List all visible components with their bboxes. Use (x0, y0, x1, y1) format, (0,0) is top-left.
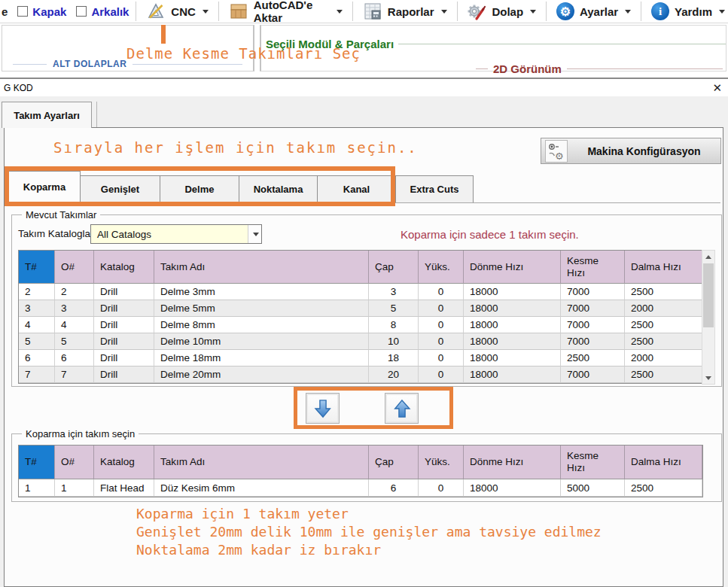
header-cell[interactable]: Kesme Hızı (561, 446, 625, 479)
table-cell[interactable]: Drill (94, 317, 154, 333)
kapak-checkbox-group[interactable]: Kapak (17, 5, 66, 18)
scrollbar-thumb[interactable] (703, 263, 714, 327)
table-cell[interactable]: 18000 (464, 366, 561, 383)
header-cell[interactable]: Takım Adı (154, 251, 369, 284)
table-row[interactable]: 66DrillDelme 18mm1801800025002000 (19, 350, 702, 366)
tab-geni-let[interactable]: Genişlet (80, 175, 160, 203)
table-cell[interactable]: 7 (55, 366, 94, 383)
tab-koparma[interactable]: Koparma (8, 171, 81, 203)
table-cell[interactable]: 2500 (625, 479, 702, 497)
header-cell[interactable]: Dönme Hızı (464, 446, 561, 479)
table-row[interactable]: 44DrillDelme 8mm801800070002500 (19, 317, 702, 333)
table-cell[interactable]: 7 (19, 366, 55, 383)
table-cell[interactable]: 8 (369, 317, 419, 333)
machine-config-button[interactable]: ⚙ Makina Konfigürasyon (541, 138, 721, 164)
table-cell[interactable]: 3 (19, 300, 55, 317)
table-cell[interactable]: 0 (419, 366, 464, 383)
arkalik-checkbox-group[interactable]: Arkalık (76, 5, 129, 18)
table-cell[interactable]: 0 (419, 284, 464, 300)
table-cell[interactable]: 18000 (464, 333, 561, 350)
table-cell[interactable]: 0 (419, 300, 464, 317)
table-cell[interactable]: 0 (419, 350, 464, 366)
table-row[interactable]: 77DrillDelme 20mm2001800070002500 (19, 366, 702, 383)
table-cell[interactable]: 7000 (561, 333, 625, 350)
table-row[interactable]: 33DrillDelme 5mm501800070002000 (19, 300, 702, 317)
table-cell[interactable]: 6 (19, 350, 55, 366)
table-cell[interactable]: Delme 3mm (154, 284, 369, 300)
table-cell[interactable]: 2500 (625, 317, 702, 333)
table-cell[interactable]: 18 (369, 350, 419, 366)
table-cell[interactable]: 10 (369, 333, 419, 350)
help-button[interactable]: i Yardım (648, 0, 728, 23)
header-cell[interactable]: T# (19, 446, 55, 479)
header-cell[interactable]: Çap (369, 446, 419, 479)
table-row[interactable]: 55DrillDelme 10mm1001800070002500 (19, 333, 702, 350)
table-cell[interactable]: 2 (19, 284, 55, 300)
table-cell[interactable]: 0 (419, 317, 464, 333)
table-cell[interactable]: 2500 (561, 350, 625, 366)
header-cell[interactable]: Takım Adı (154, 446, 369, 479)
cnc-button[interactable]: CNC (143, 0, 212, 23)
table-cell[interactable]: Delme 20mm (154, 366, 369, 383)
scroll-down-icon[interactable] (702, 372, 714, 384)
scroll-up-icon[interactable] (702, 251, 714, 263)
table-cell[interactable]: 7000 (561, 284, 625, 300)
table-cell[interactable]: 5 (19, 333, 55, 350)
table-cell[interactable]: Drill (94, 333, 154, 350)
header-cell[interactable]: Dönme Hızı (464, 251, 561, 284)
header-cell[interactable]: O# (55, 251, 94, 284)
table-cell[interactable]: 3 (369, 284, 419, 300)
table-cell[interactable]: 2500 (625, 284, 702, 300)
table-cell[interactable]: 4 (19, 317, 55, 333)
table-cell[interactable]: Flat Head (94, 479, 154, 497)
table-cell[interactable]: 7000 (561, 300, 625, 317)
table-cell[interactable]: 6 (55, 350, 94, 366)
table-row[interactable]: 22DrillDelme 3mm301800070002500 (19, 284, 702, 300)
autocad-export-button[interactable]: AutoCAD'e Aktar (226, 0, 346, 23)
move-up-button[interactable] (385, 393, 419, 424)
table-cell[interactable]: 2500 (625, 333, 702, 350)
table-cell[interactable]: Delme 8mm (154, 317, 369, 333)
tab-delme[interactable]: Delme (160, 175, 239, 203)
settings-button[interactable]: ⚙ Ayarlar (553, 0, 634, 23)
header-cell[interactable]: Kesme Hızı (561, 251, 625, 284)
table-cell[interactable]: Delme 18mm (154, 350, 369, 366)
table-cell[interactable]: 18000 (464, 300, 561, 317)
table-cell[interactable]: 5 (55, 333, 94, 350)
table-cell[interactable]: 2000 (625, 300, 702, 317)
table-cell[interactable]: 5 (369, 300, 419, 317)
table-cell[interactable]: Drill (94, 284, 154, 300)
table-cell[interactable]: 3 (55, 300, 94, 317)
header-cell[interactable]: Katalog (94, 251, 154, 284)
table-cell[interactable]: 2500 (625, 366, 702, 383)
table-cell[interactable]: 6 (369, 479, 419, 497)
table-cell[interactable]: Delme 5mm (154, 300, 369, 317)
table-cell[interactable]: 20 (369, 366, 419, 383)
table-cell[interactable]: Drill (94, 350, 154, 366)
table-cell[interactable]: 2000 (625, 350, 702, 366)
table-cell[interactable]: 4 (55, 317, 94, 333)
table-row[interactable]: 11Flat HeadDüz Kesim 6mm601800050002500 (19, 479, 702, 497)
dropdown-arrow-button[interactable] (248, 225, 261, 243)
kapak-checkbox[interactable] (17, 6, 28, 17)
table-cell[interactable]: 0 (419, 479, 464, 497)
table-cell[interactable]: 1 (19, 479, 55, 497)
table-cell[interactable]: 7000 (561, 317, 625, 333)
reports-button[interactable]: Raporlar (360, 0, 450, 23)
table-cell[interactable]: Düz Kesim 6mm (154, 479, 369, 497)
header-cell[interactable]: Katalog (94, 446, 154, 479)
header-cell[interactable]: O# (55, 446, 94, 479)
catalog-dropdown[interactable]: All Catalogs (90, 224, 262, 244)
header-cell[interactable]: Dalma Hızı (625, 251, 702, 284)
header-cell[interactable]: Yüks. (419, 251, 464, 284)
header-cell[interactable]: Çap (369, 251, 419, 284)
move-down-button[interactable] (306, 393, 340, 424)
header-cell[interactable]: Dalma Hızı (625, 446, 702, 479)
table-cell[interactable]: 1 (55, 479, 94, 497)
cabinet-button[interactable]: Dolap (464, 0, 539, 23)
table-cell[interactable]: Delme 10mm (154, 333, 369, 350)
tab-kanal[interactable]: Kanal (317, 175, 396, 203)
header-cell[interactable]: T# (19, 251, 55, 284)
header-cell[interactable]: Yüks. (419, 446, 464, 479)
table-cell[interactable]: 5000 (561, 479, 625, 497)
